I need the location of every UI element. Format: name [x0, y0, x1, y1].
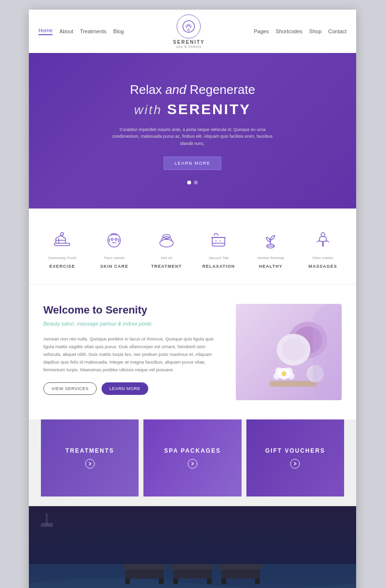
svg-point-15 [282, 339, 306, 361]
feature-relaxation-title: RELAXATION [202, 264, 235, 269]
nav-logo[interactable]: SERENITY spa & beauty [173, 14, 205, 48]
hotstone-icon [154, 228, 179, 252]
towels-illustration [236, 304, 342, 400]
herbal-icon [258, 228, 282, 252]
feature-skincare-title: SKIN CARE [100, 264, 128, 269]
hero-dots [38, 181, 346, 184]
svg-rect-28 [125, 578, 130, 584]
logo-sub: spa & beauty [173, 45, 205, 48]
svg-point-19 [273, 373, 280, 379]
welcome-text: Welcome to Serenity Beauty salon, massag… [43, 304, 221, 395]
feature-healthy[interactable]: Herbal Remedy HEALTHY [249, 228, 292, 270]
page-wrapper: Home About Treatments Blog SERENITY spa … [29, 10, 356, 588]
svg-rect-2 [54, 243, 70, 246]
feature-massages-title: MASSAGES [308, 264, 337, 269]
card-arrow-1 [85, 459, 95, 469]
svg-rect-30 [173, 569, 212, 578]
svg-point-6 [115, 238, 117, 240]
logo-icon [181, 19, 196, 34]
welcome-description: Aenean non nisi nulla. Quisque porttitor… [43, 335, 221, 374]
nav-link-home[interactable]: Home [38, 27, 52, 35]
card-arrow-3 [290, 459, 300, 469]
svg-point-11 [321, 233, 325, 236]
pool-light-svg [38, 513, 58, 528]
svg-point-21 [282, 371, 286, 376]
card-title-treatments: TREATMENTS [65, 447, 114, 454]
card-treatments[interactable]: TREATMENTS [41, 419, 139, 497]
svg-rect-22 [270, 381, 318, 387]
svg-point-20 [288, 373, 295, 379]
facemask-icon [102, 228, 126, 252]
feature-treatment-label: Hot oil [145, 256, 188, 260]
pool-icon [50, 228, 74, 252]
welcome-buttons: VIEW SERVICES LEARN MORE [43, 382, 221, 395]
welcome-title: Welcome to Serenity [43, 304, 221, 316]
svg-point-4 [108, 234, 120, 247]
hero-headline: Relax and Regenerate [38, 82, 346, 98]
hero-cta-button[interactable]: LEARN MORE [164, 157, 222, 170]
feature-exercise-label: Swimming Pools [40, 256, 84, 260]
card-title-gift: GIFT VOUCHERS [265, 447, 325, 454]
svg-rect-9 [212, 237, 225, 246]
navbar: Home About Treatments Blog SERENITY spa … [29, 10, 356, 53]
dot-1[interactable] [187, 181, 191, 184]
feature-skincare-label: Face masks [92, 256, 136, 260]
nav-link-pages[interactable]: Pages [254, 28, 269, 34]
nav-link-contact[interactable]: Contact [328, 28, 346, 34]
wavy-background [313, 304, 342, 400]
nav-link-shortcodes[interactable]: Shortcodes [276, 28, 303, 34]
feature-skincare[interactable]: Face masks SKIN CARE [92, 228, 136, 270]
card-overlay-1: TREATMENTS [41, 419, 139, 497]
feature-healthy-label: Herbal Remedy [249, 256, 292, 260]
svg-rect-27 [123, 564, 166, 570]
pool-section [29, 506, 356, 588]
feature-massages-label: Face masks [301, 256, 345, 260]
nav-link-shop[interactable]: Shop [309, 28, 321, 34]
features-section: Swimming Pools EXERCISE Face masks SKIN … [29, 209, 356, 284]
feature-relaxation-label: Jacuzzi Tab [197, 256, 240, 260]
svg-rect-35 [219, 564, 262, 570]
svg-rect-26 [125, 569, 164, 578]
welcome-subtitle: Beauty salon, massage parlour & indoor p… [43, 319, 221, 328]
logo-name: SERENITY [173, 39, 205, 45]
feature-exercise[interactable]: Swimming Pools EXERCISE [40, 228, 84, 270]
dot-2[interactable] [194, 181, 198, 184]
card-arrow-2 [188, 459, 197, 469]
hero-content: Relax and Regenerate with SERENITY Curab… [38, 82, 346, 184]
jacuzzi-icon [206, 228, 231, 252]
hero-section: Relax and Regenerate with SERENITY Curab… [29, 53, 356, 209]
feature-treatment[interactable]: Hot oil TREATMENT [145, 228, 188, 270]
nav-link-treatments[interactable]: Treatments [80, 28, 106, 34]
svg-point-7 [160, 239, 173, 247]
svg-rect-37 [255, 578, 260, 584]
svg-point-0 [183, 21, 194, 32]
feature-massages[interactable]: Face masks MASSAGES [301, 228, 345, 270]
feature-healthy-title: HEALTHY [259, 264, 282, 269]
svg-point-1 [188, 29, 190, 31]
hero-italic: and [166, 82, 186, 97]
hero-description: Curabitur imperdiet mauris ante, a porta… [111, 126, 274, 147]
svg-point-5 [111, 238, 113, 240]
svg-rect-36 [221, 578, 226, 584]
logo-circle [177, 14, 201, 39]
svg-rect-32 [173, 578, 178, 584]
nav-left: Home About Treatments Blog [38, 27, 124, 35]
welcome-section: Welcome to Serenity Beauty salon, massag… [29, 285, 356, 419]
svg-rect-33 [207, 578, 212, 584]
feature-exercise-title: EXERCISE [49, 264, 75, 269]
card-gift[interactable]: GIFT VOUCHERS [246, 419, 344, 497]
hero-brand: SERENITY [167, 101, 251, 117]
card-overlay-3: GIFT VOUCHERS [246, 419, 344, 497]
nav-right: Pages Shortcodes Shop Contact [254, 28, 346, 34]
svg-rect-34 [221, 569, 260, 578]
view-services-button[interactable]: VIEW SERVICES [43, 382, 97, 395]
hero-with: with [134, 103, 167, 117]
card-spa[interactable]: SPA PACKAGES [143, 419, 241, 497]
nav-link-about[interactable]: About [59, 28, 73, 34]
learn-more-button[interactable]: LEARN MORE [102, 382, 148, 395]
svg-point-3 [61, 233, 64, 235]
welcome-image [236, 304, 342, 400]
feature-relaxation[interactable]: Jacuzzi Tab RELAXATION [197, 228, 240, 270]
nav-link-blog[interactable]: Blog [113, 28, 124, 34]
lounge-chairs-svg [120, 559, 265, 588]
